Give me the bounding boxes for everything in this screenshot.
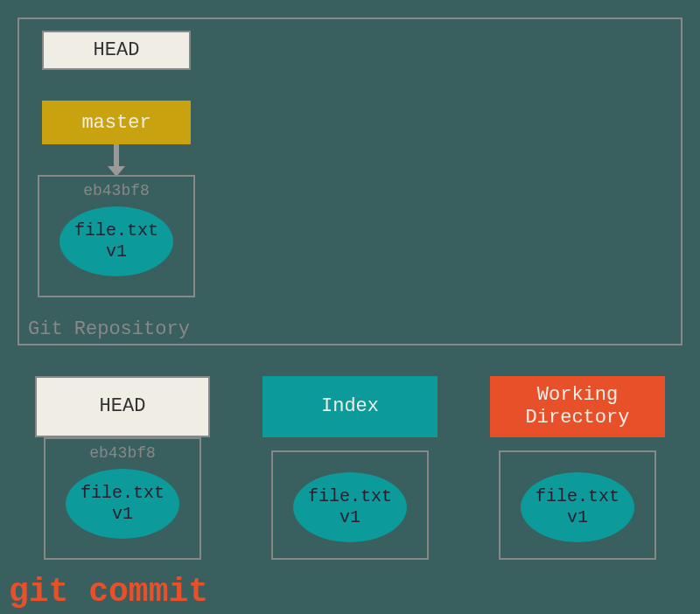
- file-version: v1: [112, 504, 133, 525]
- head-column-content: eb43bf8 file.txt v1: [44, 437, 201, 560]
- commit-hash: eb43bf8: [39, 182, 193, 199]
- wd-column-header: Working Directory: [490, 376, 665, 437]
- file-name: file.txt: [80, 483, 164, 504]
- branch-box: master: [42, 101, 191, 144]
- git-command-label: git commit: [9, 573, 208, 611]
- arrow-icon: [108, 144, 125, 175]
- wd-file-blob: file.txt v1: [521, 472, 634, 542]
- index-column-header: Index: [262, 376, 438, 437]
- head-column-header: HEAD: [35, 376, 210, 437]
- index-file-blob: file.txt v1: [293, 472, 407, 542]
- wd-column-content: file.txt v1: [499, 450, 656, 560]
- index-column-content: file.txt v1: [271, 450, 429, 560]
- commit-box-repo: eb43bf8 file.txt v1: [38, 175, 195, 297]
- file-version: v1: [567, 507, 588, 528]
- file-name: file.txt: [536, 486, 620, 507]
- head-file-blob: file.txt v1: [66, 469, 179, 539]
- file-name: file.txt: [74, 220, 158, 241]
- head-ref-box: HEAD: [42, 31, 191, 70]
- file-version: v1: [340, 507, 360, 528]
- file-name: file.txt: [308, 486, 392, 507]
- repository-label: Git Repository: [28, 318, 190, 340]
- file-blob: file.txt v1: [60, 206, 173, 276]
- head-commit-hash: eb43bf8: [46, 444, 200, 462]
- file-version: v1: [106, 241, 127, 262]
